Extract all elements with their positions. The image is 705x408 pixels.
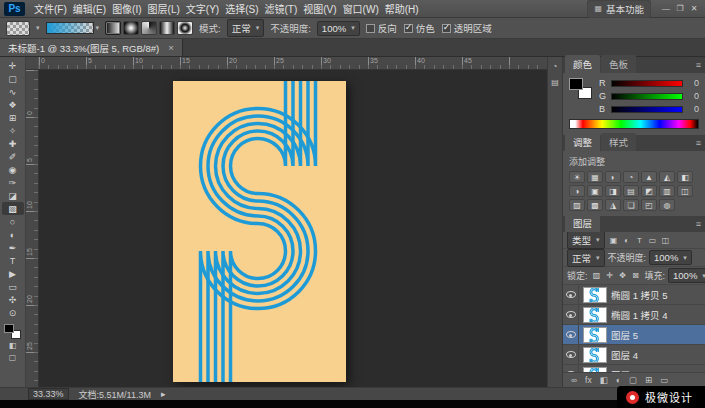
workspace-switcher[interactable]: ▦ 基本功能 — [587, 0, 651, 18]
crop-tool[interactable]: ⊞ — [2, 111, 24, 124]
radial-gradient-button[interactable] — [123, 21, 139, 35]
vertical-ruler[interactable]: 0510152025 — [26, 70, 39, 387]
filter-smart-object-icon[interactable]: ◫ — [660, 236, 672, 245]
panel-menu-icon[interactable]: ≡ — [696, 60, 701, 70]
gradient-preview[interactable] — [46, 22, 94, 34]
foreground-color-swatch[interactable] — [4, 324, 14, 333]
menu-item[interactable]: 编辑(E) — [70, 0, 109, 18]
adjustment-icon[interactable]: ▦ — [587, 171, 603, 183]
angle-gradient-button[interactable] — [141, 21, 157, 35]
blur-tool[interactable]: ○ — [2, 215, 24, 228]
minimize-icon[interactable]: — — [659, 4, 673, 13]
pen-tool[interactable]: ✒ — [2, 241, 24, 254]
lasso-tool[interactable]: ∿ — [2, 85, 24, 98]
adjustment-icon[interactable]: ◔ — [623, 171, 639, 183]
reflected-gradient-button[interactable] — [159, 21, 175, 35]
mode-select[interactable]: 正常 ▾ — [227, 19, 265, 37]
panel-color-swatches[interactable] — [569, 78, 592, 99]
adjustment-icon[interactable]: ◫ — [677, 185, 693, 197]
channel-slider[interactable] — [611, 93, 683, 100]
brush-tool[interactable]: ✐ — [2, 150, 24, 163]
eraser-tool[interactable]: ◪ — [2, 189, 24, 202]
move-tool[interactable]: ✛ — [2, 59, 24, 72]
filter-type-icon[interactable]: T — [634, 236, 646, 245]
document-poster[interactable] — [173, 81, 346, 382]
diamond-gradient-button[interactable] — [177, 21, 193, 35]
filter-pixel-icon[interactable]: ▣ — [608, 236, 620, 245]
restore-icon[interactable]: ❐ — [673, 4, 687, 13]
chevron-down-icon[interactable]: ▾ — [96, 24, 100, 32]
adjustment-icon[interactable]: ▩ — [587, 199, 603, 211]
adjustment-icon[interactable]: ▲ — [641, 171, 657, 183]
lock-position-icon[interactable]: ✥ — [617, 271, 629, 280]
menu-item[interactable]: 选择(S) — [222, 0, 261, 18]
adjustment-icon[interactable]: ◮ — [605, 199, 621, 211]
adjustment-icon[interactable]: ▥ — [659, 185, 675, 197]
close-icon[interactable]: ✕ — [687, 4, 701, 13]
history-brush-tool[interactable]: ✑ — [2, 176, 24, 189]
channel-slider[interactable] — [611, 80, 683, 87]
menu-item[interactable]: 文件(F) — [31, 0, 70, 18]
screen-mode-icon[interactable]: ▢ — [2, 351, 24, 363]
visibility-toggle[interactable] — [563, 325, 579, 344]
layer-row[interactable]: 椭圆 1 拷贝 5 — [563, 285, 705, 305]
layer-row[interactable]: 图层 5 — [563, 325, 705, 345]
healing-brush-tool[interactable]: ✚ — [2, 137, 24, 150]
transparency-checkbox[interactable]: 透明区域 — [442, 21, 492, 35]
dither-checkbox[interactable]: 仿色 — [404, 21, 435, 35]
menu-item[interactable]: 帮助(H) — [382, 0, 422, 18]
adjustment-icon[interactable]: ◑ — [569, 185, 585, 197]
hand-tool[interactable]: ✣ — [2, 293, 24, 306]
tool-preset-picker[interactable] — [6, 21, 30, 36]
channel-slider[interactable] — [611, 106, 683, 113]
gradient-tool[interactable]: ▧ — [2, 202, 24, 215]
opacity-select[interactable]: 100% ▾ — [317, 21, 360, 36]
tab-color[interactable]: 颜色 — [565, 55, 600, 73]
adjustment-icon[interactable]: ▨ — [569, 199, 585, 211]
dodge-tool[interactable]: ◐ — [2, 228, 24, 241]
document-tab[interactable]: 未标题-1 @ 33.3%(图层 5, RGB/8#) × — [0, 39, 183, 56]
tab-swatches[interactable]: 色板 — [601, 55, 636, 73]
filter-shape-icon[interactable]: ▭ — [647, 236, 659, 245]
layer-row[interactable]: 椭圆 1 拷贝 4 — [563, 305, 705, 325]
lock-all-icon[interactable]: ⊠ — [630, 271, 642, 280]
tab-layers[interactable]: 图层 — [565, 214, 600, 232]
adjustment-icon[interactable]: ◰ — [641, 199, 657, 211]
layer-thumbnail[interactable] — [583, 347, 607, 363]
layer-filter-select[interactable]: 类型 ▾ — [567, 231, 605, 249]
adjustment-icon[interactable]: ◭ — [659, 171, 675, 183]
properties-panel-icon[interactable]: ▤ — [551, 78, 559, 87]
color-swatch-pair[interactable] — [4, 324, 21, 339]
fill-select[interactable]: 100% ▾ — [668, 268, 705, 283]
adjustment-icon[interactable]: ☀ — [569, 171, 585, 183]
new-layer-icon[interactable]: ⊞ — [645, 375, 652, 385]
history-panel-icon[interactable]: ◔ — [553, 62, 558, 71]
adjustment-icon[interactable]: ◧ — [677, 171, 693, 183]
quick-mask-icon[interactable]: ◧ — [2, 339, 24, 351]
visibility-toggle[interactable] — [563, 285, 579, 304]
layer-thumbnail[interactable] — [583, 307, 607, 323]
horizontal-ruler[interactable]: 051015202530354045 — [26, 57, 547, 70]
adjustment-layer-icon[interactable]: ◐ — [616, 375, 621, 385]
panel-menu-icon[interactable]: ≡ — [696, 138, 701, 148]
layer-row[interactable]: 图层 4 — [563, 345, 705, 365]
layer-mask-icon[interactable]: ◧ — [600, 375, 608, 385]
adjustment-icon[interactable]: ◩ — [641, 185, 657, 197]
menu-item[interactable]: 窗口(W) — [340, 0, 382, 18]
filter-adjustment-icon[interactable]: ◐ — [621, 236, 633, 245]
visibility-toggle[interactable] — [563, 345, 579, 364]
clone-stamp-tool[interactable]: ◉ — [2, 163, 24, 176]
menu-item[interactable]: 视图(V) — [300, 0, 339, 18]
adjustment-icon[interactable]: ◍ — [659, 199, 675, 211]
menu-item[interactable]: 文字(Y) — [183, 0, 222, 18]
blend-mode-select[interactable]: 正常 ▾ — [567, 249, 605, 267]
path-selection-tool[interactable]: ▶ — [2, 267, 24, 280]
layer-row[interactable]: 图层 3 — [563, 365, 705, 372]
layer-thumbnail[interactable] — [583, 327, 607, 343]
tab-styles[interactable]: 样式 — [601, 133, 636, 151]
panel-menu-icon[interactable]: ≡ — [696, 219, 701, 229]
adjustment-icon[interactable]: ▤ — [623, 185, 639, 197]
link-layers-icon[interactable]: ∞ — [571, 375, 577, 385]
menu-item[interactable]: 图像(I) — [109, 0, 144, 18]
type-tool[interactable]: T — [2, 254, 24, 267]
